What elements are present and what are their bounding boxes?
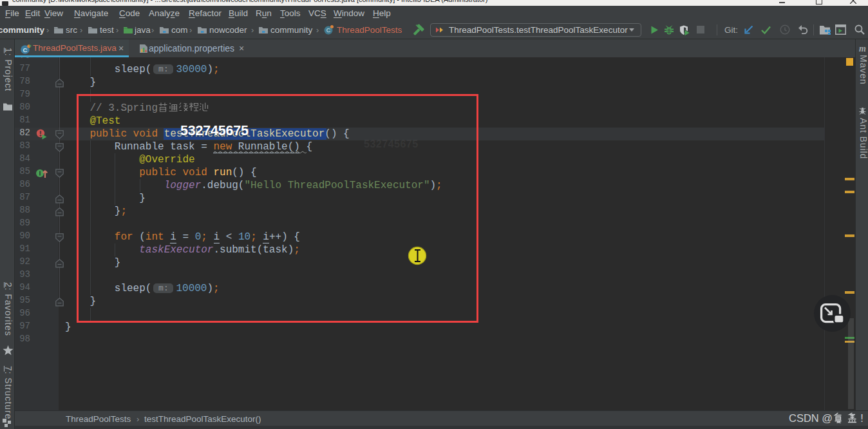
svg-text:C: C [23,46,28,53]
svg-text:C: C [326,27,331,33]
